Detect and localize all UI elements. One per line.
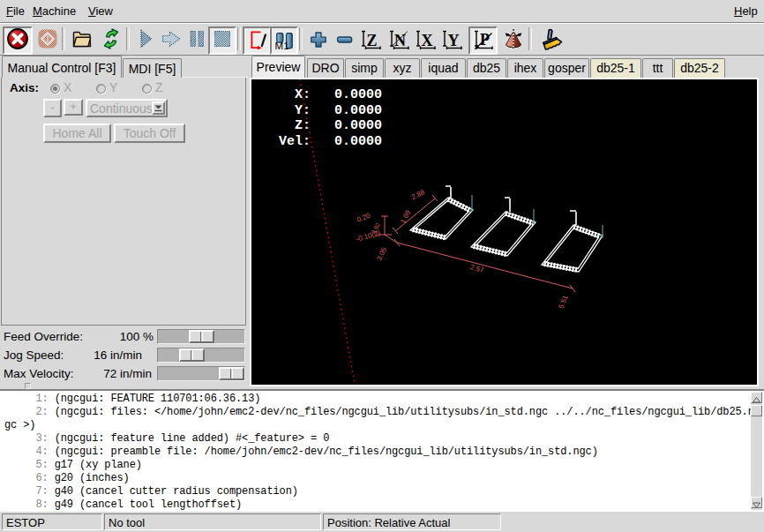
svg-text:X: X bbox=[422, 32, 433, 49]
svg-text:2.88: 2.88 bbox=[410, 188, 426, 201]
svg-text:1.09: 1.09 bbox=[399, 208, 412, 224]
svg-text:M1: M1 bbox=[275, 41, 289, 49]
svg-text:0.20: 0.20 bbox=[356, 212, 371, 224]
svg-text:5.51: 5.51 bbox=[558, 294, 570, 310]
svg-text:N: N bbox=[394, 32, 406, 49]
svg-text:Y: Y bbox=[448, 32, 460, 49]
svg-text:-0.10(2): -0.10(2) bbox=[356, 229, 382, 244]
svg-text:Z: Z bbox=[367, 32, 378, 49]
svg-text:3.05: 3.05 bbox=[375, 245, 388, 261]
